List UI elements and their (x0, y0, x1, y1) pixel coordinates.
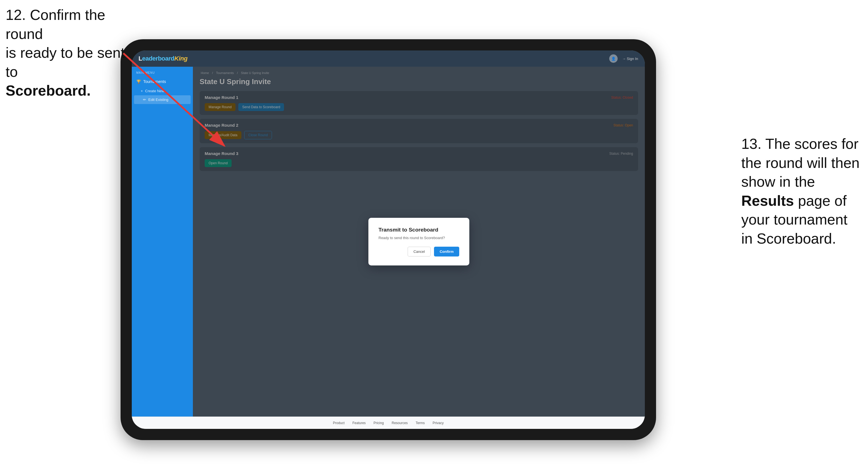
tablet-screen: LeaderboardKing 👤 → Sign In MAIN MENU 🏆 … (132, 51, 645, 429)
logo-area: LeaderboardKing (138, 55, 188, 62)
annotation-right-line6: in Scoreboard. (741, 230, 836, 247)
sidebar-item-edit-existing[interactable]: ✏ Edit Existing (134, 95, 191, 104)
annotation-line3: Scoreboard. (6, 83, 91, 99)
annotation-right-line4rest: page of (794, 193, 847, 209)
main-content-area: MAIN MENU 🏆 Tournaments + Create New ✏ E… (132, 67, 645, 416)
annotation-right-line1: 13. The scores for (741, 136, 859, 152)
sidebar-tournaments-label: Tournaments (143, 79, 166, 84)
transmit-modal: Transmit to Scoreboard Ready to send thi… (368, 218, 469, 266)
annotation-right-bold: Results (741, 193, 794, 209)
modal-subtitle: Ready to send this round to Scoreboard? (378, 236, 459, 240)
app-layout: LeaderboardKing 👤 → Sign In MAIN MENU 🏆 … (132, 51, 645, 429)
sidebar-create-label: Create New (145, 89, 164, 93)
annotation-right-line3: show in the (741, 174, 815, 190)
footer-link-product[interactable]: Product (333, 421, 345, 425)
user-avatar-icon: 👤 (609, 54, 618, 63)
app-footer: Product Features Pricing Resources Terms… (132, 416, 645, 429)
plus-icon: + (141, 89, 143, 93)
sidebar-edit-label: Edit Existing (148, 98, 168, 102)
modal-confirm-button[interactable]: Confirm (434, 247, 459, 256)
logo: LeaderboardKing (138, 55, 188, 62)
main-menu-label: MAIN MENU (132, 71, 193, 76)
annotation-right-line5: your tournament (741, 211, 847, 228)
edit-icon: ✏ (143, 98, 146, 102)
modal-title: Transmit to Scoreboard (378, 227, 459, 233)
nav-right: 👤 → Sign In (609, 54, 638, 63)
footer-link-features[interactable]: Features (352, 421, 366, 425)
footer-link-privacy[interactable]: Privacy (433, 421, 443, 425)
sidebar-item-create-new[interactable]: + Create New (132, 87, 193, 95)
modal-buttons: Cancel Confirm (378, 247, 459, 256)
footer-link-terms[interactable]: Terms (415, 421, 425, 425)
sign-in-button[interactable]: → Sign In (622, 57, 638, 61)
annotation-right: 13. The scores for the round will then s… (741, 134, 860, 248)
sidebar-item-tournaments[interactable]: 🏆 Tournaments (132, 76, 193, 87)
sidebar: MAIN MENU 🏆 Tournaments + Create New ✏ E… (132, 67, 193, 416)
top-nav: LeaderboardKing 👤 → Sign In (132, 51, 645, 67)
modal-overlay: Transmit to Scoreboard Ready to send thi… (193, 67, 645, 416)
annotation-line2: is ready to be sent to (6, 44, 125, 80)
annotation-right-line2: the round will then (741, 155, 860, 171)
annotation-line1: 12. Confirm the round (6, 7, 105, 42)
page-content: Home / Tournaments / State U Spring Invi… (193, 67, 645, 416)
footer-link-resources[interactable]: Resources (392, 421, 408, 425)
modal-cancel-button[interactable]: Cancel (408, 247, 431, 256)
annotation-top: 12. Confirm the round is ready to be sen… (6, 6, 140, 100)
footer-link-pricing[interactable]: Pricing (373, 421, 384, 425)
tablet-frame: LeaderboardKing 👤 → Sign In MAIN MENU 🏆 … (121, 39, 656, 440)
